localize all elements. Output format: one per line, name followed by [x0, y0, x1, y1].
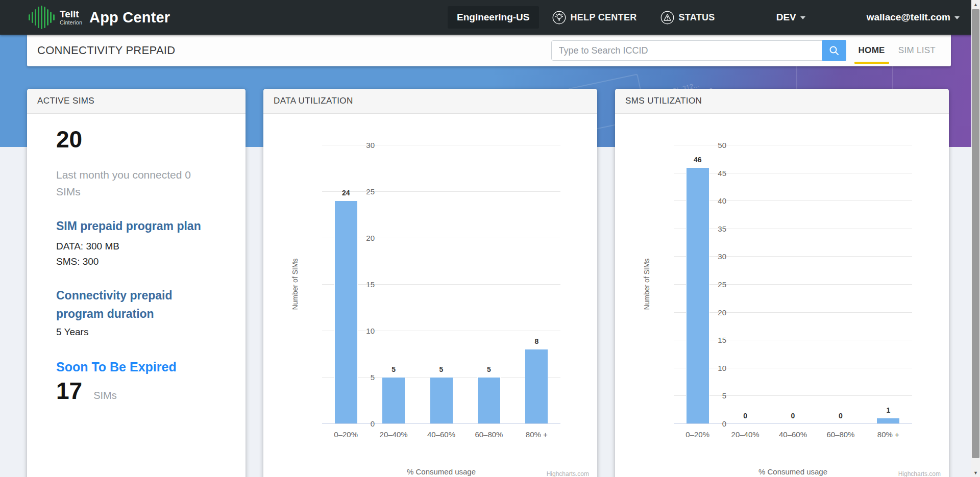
bar-value-label: 1 — [886, 406, 890, 414]
iccid-search — [551, 40, 846, 61]
x-axis-category-label: 80% + — [526, 430, 548, 439]
sub-header: CONNECTIVITY PREPAID HOME SIM LIST — [27, 35, 951, 66]
bar-value-label: 5 — [391, 365, 396, 373]
bar-slot: 460–20% — [674, 145, 721, 423]
last-month-text: Last month you connected 0 SIMs — [56, 166, 215, 200]
user-menu-dropdown[interactable]: wallace@telit.com — [867, 12, 960, 23]
bar-slot: 240–20% — [322, 145, 370, 423]
search-input[interactable] — [551, 40, 823, 61]
bar-slot: 560–80% — [465, 145, 512, 423]
y-axis-title: Number of SIMs — [291, 258, 299, 310]
view-tabs: HOME SIM LIST — [857, 41, 937, 60]
bar — [334, 200, 358, 423]
lightbulb-icon — [552, 11, 566, 24]
soon-to-expire-link[interactable]: Soon To Be Expired — [56, 360, 225, 374]
plot-area: 05101520253035404550460–20%020–40%040–60… — [674, 145, 912, 423]
bar-slots: 460–20%020–40%040–60%060–80%180% + — [674, 145, 912, 423]
bar-slot: 040–60% — [769, 145, 817, 423]
scroll-up-button[interactable]: ▲ — [971, 0, 980, 9]
sms-utilization-card-title: SMS UTILIZATION — [625, 96, 702, 106]
bar-slot: 520–40% — [370, 145, 417, 423]
help-center-label: HELP CENTER — [571, 12, 637, 23]
bar — [876, 418, 900, 423]
bar-value-label: 0 — [791, 412, 795, 420]
sms-utilization-card: SMS UTILIZATION 05101520253035404550460–… — [615, 89, 949, 477]
active-sims-count: 20 — [56, 126, 225, 153]
duration-value: 5 Years — [56, 325, 225, 339]
user-email-label: wallace@telit.com — [867, 12, 950, 23]
bar — [525, 349, 548, 423]
environment-label: DEV — [776, 12, 796, 23]
chevron-down-icon — [800, 16, 805, 19]
scroll-down-button[interactable]: ▼ — [971, 468, 980, 477]
x-axis-category-label: 0–20% — [685, 430, 709, 439]
x-axis-category-label: 20–40% — [380, 430, 408, 439]
help-center-link[interactable]: HELP CENTER — [552, 11, 637, 24]
plan-sms-value: SMS: 300 — [56, 255, 225, 269]
active-sims-card: ACTIVE SIMS 20 Last month you connected … — [27, 89, 246, 477]
bar-value-label: 0 — [839, 412, 843, 420]
plot-area: 051015202530240–20%520–40%540–60%560–80%… — [322, 145, 560, 423]
organization-button[interactable]: Engineering-US — [448, 6, 539, 29]
data-utilization-card: DATA UTILIZATION 051015202530240–20%520–… — [263, 89, 597, 477]
bar-slot: 540–60% — [418, 145, 465, 423]
search-button[interactable] — [822, 40, 846, 61]
data-utilization-card-title: DATA UTILIZATION — [274, 96, 353, 106]
x-axis-category-label: 60–80% — [826, 430, 854, 439]
bar-value-label: 24 — [342, 189, 350, 197]
bar-value-label: 5 — [487, 365, 491, 373]
bar — [430, 377, 453, 423]
soon-to-expire-count: 17 — [56, 378, 82, 405]
x-axis-category-label: 0–20% — [334, 430, 358, 439]
plan-data-value: DATA: 300 MB — [56, 239, 225, 254]
x-axis-title: % Consumed usage — [674, 467, 912, 476]
sms-utilization-chart: 05101520253035404550460–20%020–40%040–60… — [615, 114, 949, 477]
app-title: App Center — [89, 9, 170, 26]
bar-value-label: 0 — [743, 412, 747, 420]
vertical-scrollbar[interactable]: ▲ ▼ — [971, 0, 980, 477]
page-title: CONNECTIVITY PREPAID — [37, 44, 175, 57]
active-sims-card-title: ACTIVE SIMS — [37, 96, 94, 106]
status-label: STATUS — [679, 12, 715, 23]
bar-slot: 180% + — [865, 145, 912, 423]
bar — [477, 377, 501, 423]
alert-triangle-icon — [660, 11, 674, 24]
telit-waveform-icon — [29, 6, 55, 29]
bar-value-label: 46 — [694, 156, 702, 164]
tab-sim-list[interactable]: SIM LIST — [897, 41, 937, 60]
x-axis-category-label: 20–40% — [731, 430, 760, 439]
highcharts-watermark: Highcharts.com — [547, 470, 589, 477]
brand-logo[interactable]: Telit Cinterion — [29, 6, 82, 29]
dashboard-cards: ACTIVE SIMS 20 Last month you connected … — [27, 89, 949, 477]
bar — [686, 167, 709, 423]
bar-slot: 880% + — [513, 145, 560, 423]
x-axis-title: % Consumed usage — [322, 467, 560, 476]
brand-name-top: Telit — [60, 9, 82, 19]
highcharts-watermark: Highcharts.com — [898, 470, 941, 477]
tab-home[interactable]: HOME — [857, 41, 886, 60]
environment-dropdown[interactable]: DEV — [776, 12, 805, 23]
status-link[interactable]: STATUS — [660, 11, 715, 24]
x-axis-category-label: 40–60% — [427, 430, 455, 439]
y-axis-title: Number of SIMs — [643, 258, 651, 310]
x-axis-category-label: 60–80% — [475, 430, 503, 439]
bar — [382, 377, 405, 423]
x-axis-category-label: 80% + — [877, 430, 899, 439]
bar-value-label: 5 — [439, 365, 444, 373]
program-duration-link[interactable]: Connectivity prepaid program duration — [56, 286, 184, 323]
search-icon — [828, 45, 840, 56]
header-nav: Engineering-US HELP CENTER STATUS DEV w — [448, 6, 960, 29]
bar-slots: 240–20%520–40%540–60%560–80%880% + — [322, 145, 560, 423]
bar-slot: 020–40% — [721, 145, 769, 423]
chevron-down-icon — [954, 16, 960, 19]
x-axis-category-label: 40–60% — [779, 430, 807, 439]
data-utilization-chart: 051015202530240–20%520–40%540–60%560–80%… — [263, 114, 597, 477]
app-header: Telit Cinterion App Center Engineering-U… — [0, 0, 980, 35]
bar-slot: 060–80% — [817, 145, 864, 423]
prepaid-plan-link[interactable]: SIM prepaid program plan — [56, 218, 225, 234]
bar-value-label: 8 — [534, 337, 538, 345]
brand-name-bottom: Cinterion — [60, 20, 82, 26]
soon-to-expire-unit: SIMs — [93, 390, 117, 401]
scrollbar-thumb[interactable] — [972, 9, 979, 458]
